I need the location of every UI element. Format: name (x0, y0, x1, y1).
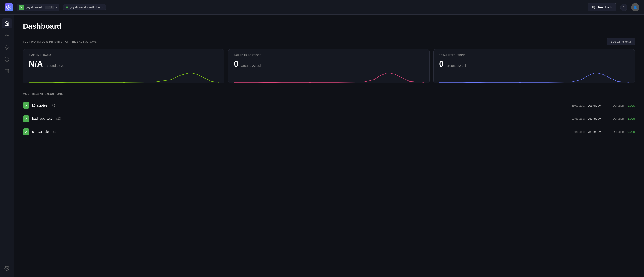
feedback-icon (592, 5, 596, 10)
execution-name[interactable]: curl-sample (32, 130, 49, 133)
user-avatar[interactable]: 👤 (631, 3, 640, 12)
sidebar-item-tests[interactable] (2, 42, 12, 52)
sidebar-item-analytics[interactable] (2, 54, 12, 64)
svg-point-13 (309, 82, 311, 83)
metric-sub-failed: around 22 Jul (241, 64, 261, 68)
lightning-icon (4, 45, 10, 50)
duration-label: Duration: (612, 104, 625, 107)
plan-badge: FREE (45, 6, 54, 9)
home-icon (4, 21, 10, 26)
metric-card-pass-fail: PASS/FAIL RATIO N/A around 22 Jul (23, 49, 224, 83)
metric-value-failed: 0 (234, 59, 238, 69)
svg-marker-1 (8, 6, 10, 8)
svg-point-14 (519, 82, 521, 83)
metric-label-total: TOTAL EXECUTIONS (439, 54, 629, 57)
duration-label: Duration: (612, 130, 625, 133)
metric-label-pass-fail: PASS/FAIL RATIO (29, 54, 219, 57)
feedback-label: Feedback (598, 6, 612, 9)
topnav: Y yuyatinnefeld FREE ▾ yuyatinnefeld-tes… (0, 0, 644, 15)
chart-total (439, 72, 629, 83)
svg-point-5 (6, 35, 8, 36)
metric-sub-pass-fail: around 22 Jul (46, 64, 65, 68)
main-layout: Dashboard TEST WORKFLOW INSIGHTS FOR THE… (0, 15, 644, 277)
executions-section: MOST RECENT EXECUTIONS k6-app-test #3 Ex… (23, 93, 635, 138)
executed-value: yesterday (588, 117, 600, 120)
executed-label: Executed: (572, 130, 585, 133)
svg-rect-2 (592, 6, 596, 8)
sidebar-item-settings[interactable] (2, 263, 12, 273)
metric-sub-total: around 22 Jul (446, 64, 466, 68)
check-icon (24, 104, 28, 107)
execution-number: #3 (52, 104, 56, 107)
executions-section-label: MOST RECENT EXECUTIONS (23, 93, 635, 95)
duration-value: 1.00s (628, 117, 635, 120)
main-content: Dashboard TEST WORKFLOW INSIGHTS FOR THE… (14, 15, 644, 277)
execution-name[interactable]: k6-app-test (32, 104, 48, 107)
execution-number: #13 (56, 117, 61, 120)
help-icon: ? (623, 6, 625, 9)
cluster-status-icon (66, 7, 68, 8)
metric-value-pass-fail: N/A (29, 59, 43, 69)
check-icon (24, 130, 28, 133)
sidebar (0, 15, 14, 277)
cluster-chevron-icon: ▾ (102, 6, 103, 9)
feedback-button[interactable]: Feedback (588, 3, 616, 12)
trigger-icon (4, 33, 10, 38)
report-icon (4, 69, 10, 74)
svg-point-11 (6, 267, 8, 269)
duration-value: 9.00s (628, 130, 635, 133)
cluster-name: yuyatinnefeld-testkube (70, 6, 100, 9)
settings-icon (4, 266, 10, 271)
execution-status-icon (23, 115, 30, 122)
duration-value: 5.00s (628, 104, 635, 107)
executed-label: Executed: (572, 117, 585, 120)
table-row: curl-sample #1 Executed: yesterday Durat… (23, 125, 635, 138)
execution-number: #1 (52, 130, 56, 133)
duration-label: Duration: (612, 117, 625, 120)
sidebar-item-reports[interactable] (2, 66, 12, 76)
executed-value: yesterday (588, 130, 600, 133)
metric-cards: PASS/FAIL RATIO N/A around 22 Jul FAILED… (23, 49, 635, 83)
svg-marker-6 (5, 45, 9, 49)
execution-status-icon (23, 102, 30, 109)
sidebar-item-triggers[interactable] (2, 30, 12, 41)
user-dropdown[interactable]: Y yuyatinnefeld FREE ▾ (16, 4, 60, 11)
table-row: bash-app-test #13 Executed: yesterday Du… (23, 112, 635, 125)
insights-header: TEST WORKFLOW INSIGHTS FOR THE LAST 30 D… (23, 38, 635, 46)
logo[interactable] (4, 3, 13, 12)
execution-name[interactable]: bash-app-test (32, 117, 52, 120)
see-all-insights-button[interactable]: See all Insights (607, 38, 635, 46)
metric-card-total: TOTAL EXECUTIONS 0 around 22 Jul (433, 49, 635, 83)
svg-point-12 (123, 82, 124, 83)
metric-label-failed: FAILED EXECUTIONS (234, 54, 424, 57)
help-button[interactable]: ? (620, 4, 628, 11)
executed-value: yesterday (588, 104, 600, 107)
chart-pass-fail (29, 72, 219, 83)
execution-status-icon (23, 128, 30, 135)
cluster-dropdown[interactable]: yuyatinnefeld-testkube ▾ (63, 4, 106, 10)
user-chevron-icon: ▾ (56, 6, 57, 9)
metric-card-failed: FAILED EXECUTIONS 0 around 22 Jul (228, 49, 430, 83)
username: yuyatinnefeld (26, 6, 44, 9)
check-icon (24, 117, 28, 120)
user-initial: Y (19, 5, 24, 10)
chart-failed (234, 72, 424, 83)
avatar-icon: 👤 (634, 6, 637, 9)
sidebar-item-dashboard[interactable] (2, 18, 12, 29)
page-title: Dashboard (23, 22, 635, 31)
executed-label: Executed: (572, 104, 585, 107)
chart-icon (4, 57, 10, 62)
table-row: k6-app-test #3 Executed: yesterday Durat… (23, 99, 635, 112)
insights-section-label: TEST WORKFLOW INSIGHTS FOR THE LAST 30 D… (23, 41, 97, 43)
metric-value-total: 0 (439, 59, 444, 69)
